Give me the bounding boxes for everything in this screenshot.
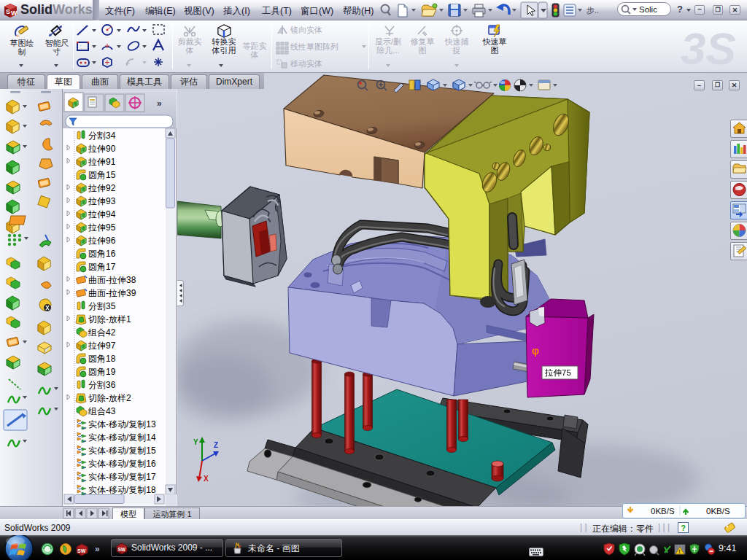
svg-text:曲面-拉伸38: 曲面-拉伸38	[88, 275, 136, 285]
svg-text:圆角17: 圆角17	[88, 262, 116, 272]
svg-text:分割35: 分割35	[88, 301, 116, 311]
svg-text:拉伸94: 拉伸94	[88, 209, 116, 219]
svg-text:X: X	[204, 475, 209, 483]
svg-text:曲面-拉伸39: 曲面-拉伸39	[88, 288, 136, 298]
svg-text:W: W	[11, 9, 18, 17]
svg-text:切除-放样2: 切除-放样2	[88, 393, 131, 403]
svg-text:φ: φ	[532, 345, 539, 357]
svg-text:拉伸90: 拉伸90	[88, 144, 116, 154]
svg-text:SW: SW	[118, 547, 126, 552]
svg-text:实体-移动/复制14: 实体-移动/复制14	[88, 432, 156, 443]
svg-text:实体-移动/复制18: 实体-移动/复制18	[88, 485, 156, 495]
svg-text:圆角19: 圆角19	[88, 367, 116, 377]
svg-text:圆角16: 圆角16	[88, 249, 116, 259]
svg-text:拉伸92: 拉伸92	[88, 183, 116, 193]
svg-text:组合43: 组合43	[88, 406, 116, 416]
svg-text:S: S	[6, 8, 10, 15]
svg-text:圆角18: 圆角18	[88, 354, 116, 364]
svg-text:SW: SW	[77, 548, 86, 553]
svg-text:拉伸91: 拉伸91	[88, 157, 116, 167]
svg-text:切除-放样1: 切除-放样1	[88, 314, 131, 324]
svg-text:分割36: 分割36	[88, 380, 116, 390]
svg-text:实体-移动/复制13: 实体-移动/复制13	[88, 419, 156, 429]
svg-text:!: !	[678, 549, 680, 554]
svg-text:»: »	[157, 98, 162, 109]
svg-text:拉伸95: 拉伸95	[88, 222, 116, 233]
svg-text:Y: Y	[193, 438, 198, 446]
svg-text:Solic: Solic	[639, 5, 657, 14]
svg-text:实体-移动/复制17: 实体-移动/复制17	[88, 472, 156, 482]
svg-text:实体-移动/复制16: 实体-移动/复制16	[88, 459, 156, 469]
svg-text:»: »	[95, 544, 100, 554]
svg-text:0KB/S: 0KB/S	[651, 507, 675, 516]
svg-text:组合42: 组合42	[88, 327, 116, 338]
svg-text:实体-移动/复制15: 实体-移动/复制15	[88, 446, 156, 456]
svg-text:拉伸96: 拉伸96	[88, 236, 116, 246]
svg-text:步..: 步..	[587, 6, 599, 15]
svg-text:0KB/S: 0KB/S	[706, 507, 730, 516]
svg-text:拉伸93: 拉伸93	[88, 196, 116, 206]
svg-text:3S: 3S	[681, 23, 736, 73]
svg-text:分割34: 分割34	[88, 131, 116, 141]
svg-text:拉伸75: 拉伸75	[544, 368, 571, 377]
svg-text:圆角15: 圆角15	[88, 170, 116, 180]
svg-text:拉伸97: 拉伸97	[88, 341, 116, 351]
svg-text:Z: Z	[214, 441, 218, 449]
